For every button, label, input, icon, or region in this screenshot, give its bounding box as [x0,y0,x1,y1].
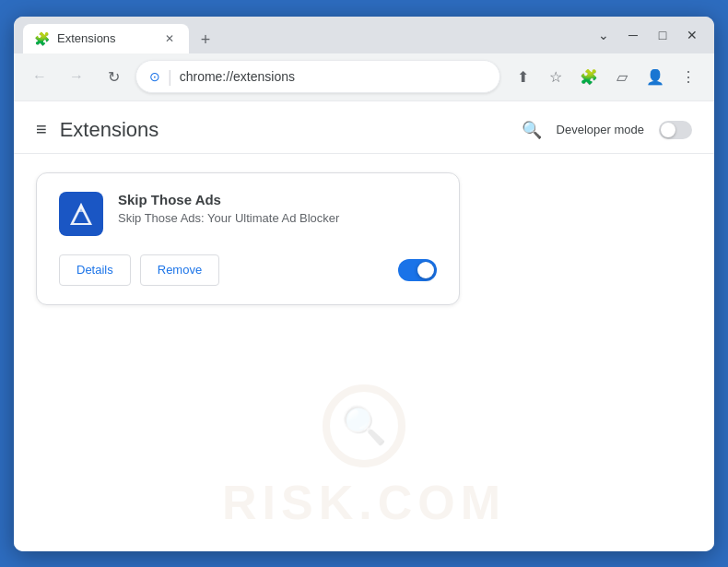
extension-icon [59,192,103,236]
new-tab-button[interactable]: + [193,28,218,53]
watermark-logo: 🔍 [323,384,405,467]
remove-button[interactable]: Remove [140,254,219,286]
close-button[interactable]: ✕ [679,22,705,48]
maximize-button[interactable]: □ [650,22,675,48]
window-controls: ⌄ ─ □ ✕ [591,22,705,48]
forward-button[interactable]: → [62,62,91,91]
search-icon[interactable]: 🔍 [522,120,542,140]
title-bar: 🧩 Extensions ✕ + ⌄ ─ □ ✕ [14,17,714,53]
developer-mode-label: Developer mode [557,123,644,136]
tab-close-button[interactable]: ✕ [161,30,178,47]
tab-strip: 🧩 Extensions ✕ + [23,17,585,53]
extension-actions: Details Remove [59,254,437,286]
watermark: 🔍 RISK.COM [222,384,506,530]
bookmark-button[interactable]: ☆ [541,62,570,91]
tab-icon: 🧩 [34,31,50,46]
extensions-list: 🔍 RISK.COM Skip Those Ads Skip T [14,154,714,549]
extensions-puzzle-button[interactable]: 🧩 [574,62,604,91]
address-bar: ← → ↻ ⊙ | chrome://extensions ⬆ ☆ 🧩 ▱ 👤 … [14,53,714,101]
hamburger-menu-icon[interactable]: ≡ [36,119,47,140]
page-title: Extensions [60,118,522,142]
minimize-button[interactable]: ─ [620,22,646,48]
tab-title: Extensions [57,31,154,45]
separator: | [168,67,172,87]
extension-enable-toggle[interactable] [398,259,437,281]
omnibox[interactable]: ⊙ | chrome://extensions [135,60,500,93]
extension-info: Skip Those Ads Skip Those Ads: Your Ulti… [59,192,437,236]
page-content: ≡ Extensions 🔍 Developer mode 🔍 RISK.COM [14,101,714,551]
extensions-header: ≡ Extensions 🔍 Developer mode [14,101,714,154]
header-actions: 🔍 Developer mode [522,120,692,140]
back-button[interactable]: ← [25,62,54,91]
details-button[interactable]: Details [59,254,131,286]
extension-name: Skip Those Ads [118,192,437,207]
svg-marker-2 [77,203,85,212]
sidebar-button[interactable]: ▱ [607,62,637,91]
extension-card: Skip Those Ads Skip Those Ads: Your Ulti… [36,172,460,305]
watermark-text: RISK.COM [222,475,506,530]
extension-details: Skip Those Ads Skip Those Ads: Your Ulti… [118,192,437,225]
share-button[interactable]: ⬆ [508,62,537,91]
menu-button[interactable]: ⋮ [674,62,703,91]
active-tab[interactable]: 🧩 Extensions ✕ [23,24,189,53]
browser-window: 🧩 Extensions ✕ + ⌄ ─ □ ✕ ← → ↻ ⊙ | chrom… [14,17,714,551]
url-text: chrome://extensions [180,69,487,84]
chrome-logo-icon: ⊙ [149,69,160,84]
chevron-icon[interactable]: ⌄ [591,22,616,48]
refresh-button[interactable]: ↻ [99,62,128,91]
extension-description: Skip Those Ads: Your Ultimate Ad Blocker [118,211,437,225]
profile-button[interactable]: 👤 [640,62,670,91]
developer-mode-toggle[interactable] [659,121,692,139]
toolbar-icons: ⬆ ☆ 🧩 ▱ 👤 ⋮ [508,62,703,91]
